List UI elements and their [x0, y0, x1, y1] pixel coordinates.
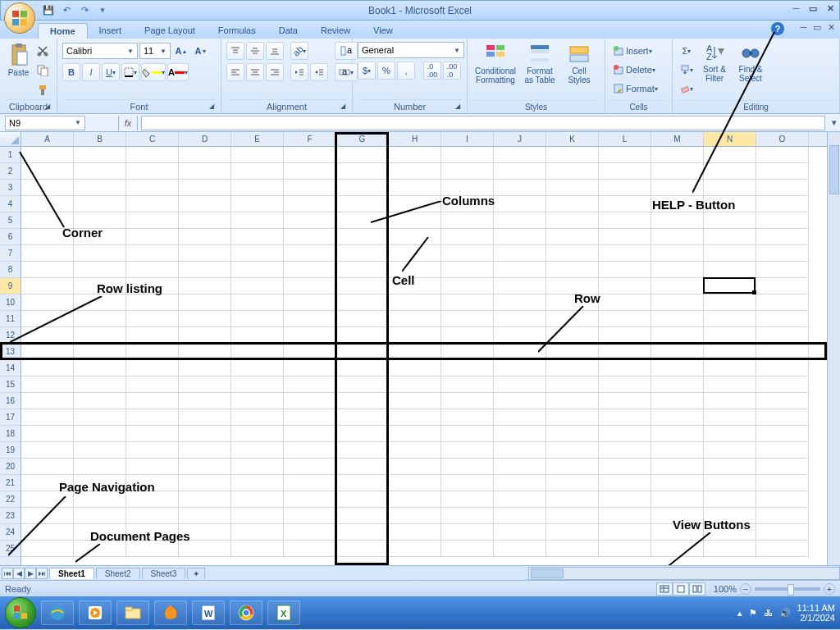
taskbar-clock[interactable]: 11:11 AM 2/1/2024: [797, 603, 835, 623]
formula-input[interactable]: [141, 116, 825, 130]
column-header[interactable]: A: [21, 132, 74, 146]
save-icon[interactable]: 💾: [40, 2, 57, 19]
row-header[interactable]: 3: [0, 180, 21, 196]
tab-data[interactable]: Data: [267, 23, 309, 39]
new-sheet-button[interactable]: ✦: [187, 568, 205, 579]
maximize-button[interactable]: ▭: [809, 3, 817, 14]
nav-next-icon[interactable]: ▶: [25, 568, 36, 579]
format-cells-button[interactable]: Format▾: [610, 80, 660, 98]
minimize-button[interactable]: ─: [792, 3, 799, 14]
font-name-combo[interactable]: Calibri▼: [62, 43, 138, 59]
page-layout-view-button[interactable]: [673, 582, 689, 596]
tray-volume-icon[interactable]: 🔊: [779, 608, 791, 619]
tab-view[interactable]: View: [362, 23, 404, 39]
row-header[interactable]: 14: [0, 360, 21, 377]
select-all-corner[interactable]: [0, 132, 21, 147]
zoom-slider[interactable]: [755, 587, 820, 591]
row-header[interactable]: 9: [0, 278, 21, 294]
taskbar-firefox-icon[interactable]: [154, 600, 187, 625]
taskbar-word-icon[interactable]: W: [192, 600, 225, 625]
column-header[interactable]: L: [599, 132, 651, 146]
comma-format-button[interactable]: ,: [397, 62, 415, 80]
italic-button[interactable]: I: [82, 63, 100, 81]
row-header[interactable]: 10: [0, 294, 21, 311]
close-button[interactable]: ✕: [827, 3, 834, 14]
column-header[interactable]: N: [704, 132, 756, 146]
column-header[interactable]: H: [389, 132, 441, 146]
cut-button[interactable]: [34, 42, 52, 60]
shrink-font-button[interactable]: A▼: [192, 42, 210, 60]
decrease-decimal-button[interactable]: .00.0: [443, 62, 461, 80]
align-left-button[interactable]: [226, 63, 244, 81]
cell-styles-button[interactable]: Cell Styles: [561, 42, 597, 86]
row-header[interactable]: 4: [0, 196, 21, 212]
tab-review[interactable]: Review: [309, 23, 362, 39]
office-button[interactable]: [4, 2, 35, 34]
align-top-button[interactable]: [226, 42, 244, 60]
redo-icon[interactable]: ↷: [76, 2, 93, 19]
row-header[interactable]: 22: [0, 491, 21, 508]
percent-format-button[interactable]: %: [377, 62, 395, 80]
taskbar-explorer-icon[interactable]: [116, 600, 149, 625]
taskbar-media-icon[interactable]: [79, 600, 112, 625]
row-header[interactable]: 7: [0, 245, 21, 262]
cells-area[interactable]: [21, 147, 840, 557]
tab-formulas[interactable]: Formulas: [207, 23, 267, 39]
nav-first-icon[interactable]: ⏮: [2, 568, 13, 579]
row-header[interactable]: 12: [0, 327, 21, 344]
taskbar-excel-icon[interactable]: X: [267, 600, 300, 625]
align-center-button[interactable]: [246, 63, 264, 81]
font-size-combo[interactable]: 11▼: [139, 43, 171, 59]
delete-cells-button[interactable]: Delete▾: [610, 61, 658, 79]
sheet-tab[interactable]: Sheet1: [49, 568, 94, 579]
number-format-combo[interactable]: General▼: [358, 42, 464, 58]
underline-button[interactable]: U▾: [102, 63, 120, 81]
row-header[interactable]: 15: [0, 377, 21, 393]
column-header[interactable]: O: [756, 132, 809, 146]
align-middle-button[interactable]: [246, 42, 264, 60]
column-header[interactable]: I: [441, 132, 494, 146]
column-header[interactable]: J: [494, 132, 546, 146]
row-header[interactable]: 6: [0, 229, 21, 245]
column-header[interactable]: B: [74, 132, 126, 146]
row-header[interactable]: 8: [0, 262, 21, 278]
taskbar-chrome-icon[interactable]: [230, 600, 262, 625]
fill-color-button[interactable]: ▾: [141, 63, 166, 81]
grow-font-button[interactable]: A▲: [172, 42, 190, 60]
row-header[interactable]: 17: [0, 409, 21, 426]
increase-indent-button[interactable]: [310, 63, 328, 81]
orientation-button[interactable]: ab▾: [290, 42, 308, 60]
format-as-table-button[interactable]: Format as Table: [520, 42, 559, 86]
row-header[interactable]: 23: [0, 508, 21, 524]
dialog-launcher-icon[interactable]: ◢: [209, 103, 214, 110]
tab-page-layout[interactable]: Page Layout: [133, 23, 207, 39]
paste-button[interactable]: Paste: [5, 42, 32, 79]
column-header[interactable]: D: [179, 132, 231, 146]
qat-dropdown-icon[interactable]: ▼: [94, 2, 111, 19]
find-select-button[interactable]: Find & Select: [733, 42, 768, 84]
column-header[interactable]: K: [546, 132, 599, 146]
increase-decimal-button[interactable]: .0.00: [423, 62, 441, 80]
row-header[interactable]: 11: [0, 311, 21, 327]
column-header[interactable]: E: [231, 132, 284, 146]
formula-bar-expand-icon[interactable]: ▾: [829, 117, 840, 128]
row-header[interactable]: 19: [0, 442, 21, 459]
row-header[interactable]: 18: [0, 426, 21, 442]
align-right-button[interactable]: [266, 63, 284, 81]
row-header[interactable]: 25: [0, 541, 21, 557]
bold-button[interactable]: B: [62, 63, 80, 81]
sort-filter-button[interactable]: AZ Sort & Filter: [697, 42, 732, 84]
horizontal-scrollbar[interactable]: [528, 567, 840, 580]
workbook-minimize-button[interactable]: ─: [800, 22, 806, 33]
nav-prev-icon[interactable]: ◀: [13, 568, 25, 579]
zoom-in-button[interactable]: +: [824, 583, 835, 595]
format-painter-button[interactable]: [34, 81, 52, 99]
tray-network-icon[interactable]: 🖧: [764, 608, 773, 618]
taskbar-ie-icon[interactable]: [41, 600, 74, 625]
row-header[interactable]: 13: [0, 344, 21, 360]
column-header[interactable]: F: [284, 132, 336, 146]
font-color-button[interactable]: A▾: [167, 63, 189, 81]
border-button[interactable]: ▾: [121, 63, 139, 81]
row-header[interactable]: 1: [0, 147, 21, 163]
tray-flag-icon[interactable]: ⚑: [749, 608, 757, 619]
